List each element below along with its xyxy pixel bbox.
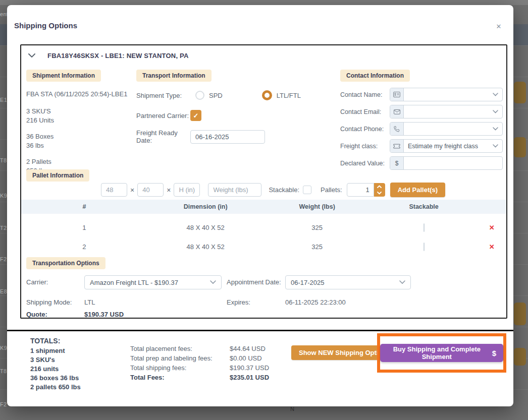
stackable-label: Stackable: (269, 186, 299, 194)
close-icon[interactable]: ✕ (494, 22, 503, 31)
chevron-down-icon (493, 144, 498, 148)
totals-shipments: 1 shipment (30, 346, 81, 355)
transport-information-section: Transport Information Shipment Type: SPD… (136, 70, 338, 144)
appointment-date-select[interactable]: 06-17-2025 (285, 275, 411, 289)
background-button-stub (514, 348, 526, 366)
prep-fees-value: $0.00 USD (230, 353, 262, 363)
background-button-stub (514, 82, 526, 103)
partnered-carrier-label: Partnered Carrier: (136, 112, 190, 119)
shipment-box-weight: 36 lbs (26, 141, 133, 150)
shipment-pallets: 2 Pallets (26, 157, 133, 166)
pallet-information-badge: Pallet Information (26, 169, 89, 182)
footer-divider (7, 330, 513, 331)
shipment-panel: FBA18Y46SKSX - LBE1: NEW STANTON, PA Shi… (20, 44, 507, 319)
partnered-carrier-checkbox[interactable]: ✓ (190, 110, 201, 121)
pallet-dimension: 48 X 40 X 52 (147, 224, 264, 231)
contact-email-select[interactable] (390, 105, 503, 118)
shipping-fees-label: Total shipping fees: (130, 363, 230, 373)
shipment-information-section: Shipment Information FBA STA (06/11/2025… (26, 70, 133, 175)
pallets-label: Pallets: (321, 186, 342, 194)
pallets-count-input[interactable] (347, 183, 374, 197)
spd-radio-label: SPD (209, 92, 223, 99)
chevron-down-icon[interactable] (28, 53, 35, 58)
pallet-width-input[interactable] (137, 183, 164, 197)
totals-units: 216 units (30, 365, 81, 374)
transportation-options-badge: Transportation Options (26, 257, 105, 269)
id-card-icon (390, 88, 404, 101)
shipping-mode-value: LTL (84, 298, 95, 306)
add-pallets-button[interactable]: Add Pallet(s) (390, 183, 445, 197)
stepper-down-button[interactable] (374, 190, 385, 197)
expires-value: 06-11-2025 22:23:00 (285, 298, 346, 306)
freight-ready-date-input[interactable] (190, 130, 265, 144)
ticket-icon (390, 140, 404, 152)
background-text-fragment: T8 (0, 368, 7, 374)
freight-class-label: Freight class: (340, 143, 390, 150)
pallet-weight-input[interactable] (208, 183, 261, 197)
contact-phone-label: Contact Phone: (340, 126, 390, 133)
contact-name-label: Contact Name: (340, 91, 390, 98)
highlight-annotation-box: Buy Shipping and Complete Shipment $ (377, 333, 506, 373)
shipment-information-badge: Shipment Information (26, 70, 101, 82)
expires-label: Expires: (227, 298, 250, 306)
contact-phone-select[interactable] (390, 122, 503, 136)
carrier-value: Amazon Freight LTL - $190.37 (90, 279, 210, 286)
totals-pallets: 2 pallets 650 lbs (30, 383, 81, 392)
ltl-ftl-radio[interactable] (262, 90, 272, 100)
pallet-height-input[interactable] (174, 183, 200, 197)
phone-icon (390, 123, 404, 135)
times-symbol: × (167, 186, 171, 194)
buy-shipping-button[interactable]: Buy Shipping and Complete Shipment $ (380, 344, 503, 362)
dollar-icon: $ (492, 349, 496, 357)
background-text-fragment: T2 (0, 225, 7, 231)
fees-section: Total placement fees: $44.64 USD Total p… (130, 344, 269, 382)
totals-skus: 3 SKU's (30, 355, 81, 365)
freight-class-value: Estimate my freight class (404, 143, 493, 150)
stepper-up-button[interactable] (374, 183, 385, 190)
pallet-number: 1 (21, 224, 147, 231)
carrier-label: Carrier: (26, 278, 48, 286)
pallets-stepper (374, 183, 385, 197)
declared-value-field[interactable]: $ (390, 156, 503, 170)
delete-row-icon[interactable]: ✕ (489, 243, 495, 251)
modal-title: Shipping Options (14, 21, 77, 30)
contact-information-badge: Contact Information (340, 70, 410, 82)
pallet-input-row: × × Stackable: Pallets: Add Pallet(s) (101, 183, 503, 197)
pallet-number: 2 (21, 243, 147, 251)
placement-fees-label: Total placement fees: (130, 344, 230, 353)
freight-class-select[interactable]: Estimate my freight class (390, 139, 503, 153)
totals-section: TOTALS: 1 shipment 3 SKU's 216 units 36 … (30, 337, 81, 392)
pallet-length-input[interactable] (101, 183, 127, 197)
shipment-units: 216 Units (26, 116, 133, 125)
pallet-weight: 325 (263, 224, 370, 231)
delete-row-icon[interactable]: ✕ (489, 224, 495, 231)
background-text-fragment: E8 (0, 288, 7, 294)
background-text-fragment: F2 (0, 401, 7, 407)
appointment-date-label: Appointment Date: (227, 278, 281, 286)
placement-fees-value: $44.64 USD (230, 344, 266, 353)
dollar-icon: $ (390, 157, 404, 169)
chevron-down-icon (399, 280, 405, 284)
row-stackable-checkbox[interactable] (424, 243, 425, 251)
background-button-stub (514, 303, 526, 325)
column-header-number: # (21, 203, 147, 210)
shipment-boxes: 36 Boxes (26, 132, 133, 141)
contact-name-select[interactable] (390, 88, 503, 101)
shipment-skus: 3 SKU'S (26, 107, 133, 116)
shipment-panel-title: FBA18Y46SKSX - LBE1: NEW STANTON, PA (47, 52, 189, 59)
freight-ready-date-label: Freight Ready Date: (136, 129, 190, 144)
pallet-weight: 325 (263, 243, 370, 251)
background-text-fragment: T8 (0, 157, 7, 163)
envelope-icon (390, 105, 404, 118)
background-text-fragment: E1 (0, 97, 7, 103)
chevron-down-icon (493, 93, 498, 96)
appointment-date-value: 06-17-2025 (291, 279, 399, 286)
totals-title: TOTALS: (30, 337, 81, 345)
spd-radio[interactable] (195, 91, 204, 100)
carrier-select[interactable]: Amazon Freight LTL - $190.37 (84, 275, 222, 289)
totals-boxes: 36 boxes 36 lbs (30, 374, 81, 383)
times-symbol: × (130, 186, 134, 194)
table-row: 2 48 X 40 X 52 325 ✕ (21, 237, 506, 256)
row-stackable-checkbox[interactable] (424, 223, 425, 232)
stackable-checkbox[interactable] (303, 186, 311, 194)
